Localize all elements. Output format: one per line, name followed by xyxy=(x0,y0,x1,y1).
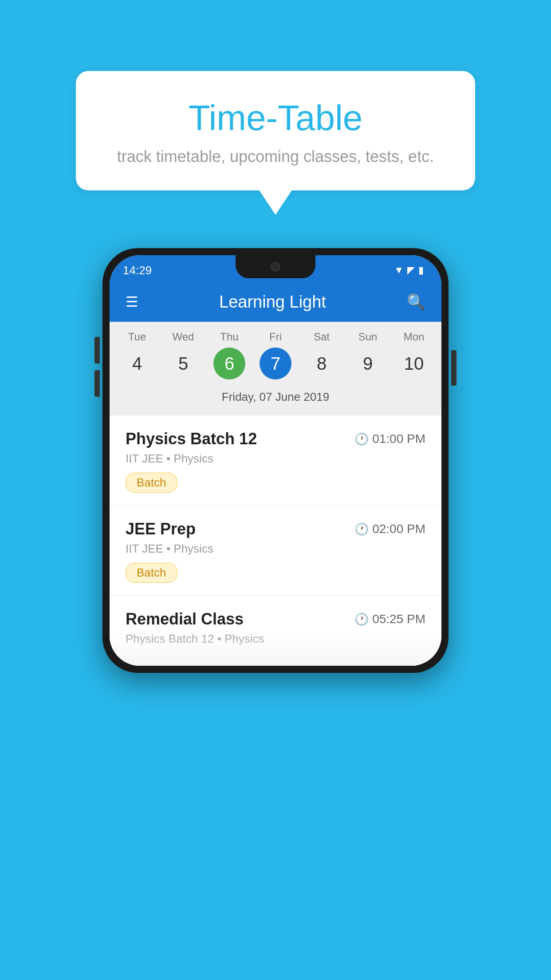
class-time: 🕐01:00 PM xyxy=(354,432,425,446)
search-icon[interactable]: 🔍 xyxy=(407,293,425,311)
calendar-day-sun[interactable]: Sun9 xyxy=(345,331,391,379)
class-time: 🕐02:00 PM xyxy=(354,522,425,536)
class-item-top: Physics Batch 12🕐01:00 PM xyxy=(126,430,425,448)
class-item[interactable]: Physics Batch 12🕐01:00 PMIIT JEE • Physi… xyxy=(110,415,441,506)
class-name: Physics Batch 12 xyxy=(126,430,257,448)
app-bar: ☰ Learning Light 🔍 xyxy=(110,282,441,322)
day-name-label: Sat xyxy=(314,331,330,343)
class-time: 🕐05:25 PM xyxy=(354,612,425,626)
class-item-top: JEE Prep🕐02:00 PM xyxy=(126,520,425,538)
batch-badge: Batch xyxy=(126,563,177,583)
front-camera xyxy=(271,262,280,272)
hamburger-icon[interactable]: ☰ xyxy=(126,293,138,310)
tooltip-card: Time-Table track timetable, upcoming cla… xyxy=(76,71,475,190)
day-number-label[interactable]: 4 xyxy=(121,348,153,379)
class-name: Remedial Class xyxy=(126,610,244,628)
day-number-label[interactable]: 6 xyxy=(213,348,245,379)
app-bar-title: Learning Light xyxy=(219,292,326,312)
tooltip-subtitle: track timetable, upcoming classes, tests… xyxy=(102,147,449,166)
class-item[interactable]: JEE Prep🕐02:00 PMIIT JEE • PhysicsBatch xyxy=(110,506,441,596)
clock-icon: 🕐 xyxy=(354,612,369,626)
calendar-day-thu[interactable]: Thu6 xyxy=(206,331,252,379)
day-number-label[interactable]: 9 xyxy=(352,348,384,379)
status-time: 14:29 xyxy=(123,264,152,277)
day-number-label[interactable]: 8 xyxy=(306,348,338,379)
calendar-day-fri[interactable]: Fri7 xyxy=(252,331,299,379)
power-button xyxy=(451,350,457,386)
selected-date-label: Friday, 07 June 2019 xyxy=(110,385,441,411)
week-days-row: Tue4Wed5Thu6Fri7Sat8Sun9Mon10 xyxy=(110,331,441,379)
day-name-label: Mon xyxy=(404,331,425,343)
day-name-label: Sun xyxy=(358,331,378,343)
class-item[interactable]: Remedial Class🕐05:25 PMPhysics Batch 12 … xyxy=(110,596,441,666)
clock-icon: 🕐 xyxy=(354,432,369,446)
day-number-label[interactable]: 10 xyxy=(398,348,430,379)
day-number-label[interactable]: 5 xyxy=(167,348,199,379)
class-subject: Physics Batch 12 • Physics xyxy=(126,632,425,646)
class-item-top: Remedial Class🕐05:25 PM xyxy=(126,610,425,628)
class-name: JEE Prep xyxy=(126,520,196,538)
day-name-label: Tue xyxy=(128,331,146,343)
calendar-day-wed[interactable]: Wed5 xyxy=(160,331,206,379)
volume-down-button xyxy=(94,370,100,397)
wifi-icon: ▼ xyxy=(394,265,404,276)
phone-mockup: 14:29 ▼ ◤ ▮ ☰ Learning Light 🔍 Tue4Wed5T… xyxy=(102,248,449,673)
week-calendar: Tue4Wed5Thu6Fri7Sat8Sun9Mon10 Friday, 07… xyxy=(110,322,441,415)
class-list: Physics Batch 12🕐01:00 PMIIT JEE • Physi… xyxy=(110,415,441,666)
calendar-day-tue[interactable]: Tue4 xyxy=(114,331,160,379)
calendar-day-mon[interactable]: Mon10 xyxy=(391,331,437,379)
calendar-day-sat[interactable]: Sat8 xyxy=(299,331,345,379)
day-name-label: Thu xyxy=(220,331,238,343)
phone-outer: 14:29 ▼ ◤ ▮ ☰ Learning Light 🔍 Tue4Wed5T… xyxy=(102,248,449,673)
class-subject: IIT JEE • Physics xyxy=(126,542,425,556)
class-subject: IIT JEE • Physics xyxy=(126,452,425,466)
day-name-label: Wed xyxy=(173,331,194,343)
day-name-label: Fri xyxy=(269,331,282,343)
volume-up-button xyxy=(94,337,100,364)
battery-icon: ▮ xyxy=(418,265,424,276)
status-icons: ▼ ◤ ▮ xyxy=(394,265,424,276)
phone-screen: 14:29 ▼ ◤ ▮ ☰ Learning Light 🔍 Tue4Wed5T… xyxy=(110,255,441,666)
batch-badge: Batch xyxy=(126,473,177,493)
phone-notch xyxy=(236,255,315,278)
signal-icon: ◤ xyxy=(407,265,415,276)
clock-icon: 🕐 xyxy=(354,522,369,536)
tooltip-title: Time-Table xyxy=(102,98,449,138)
day-number-label[interactable]: 7 xyxy=(260,348,291,379)
